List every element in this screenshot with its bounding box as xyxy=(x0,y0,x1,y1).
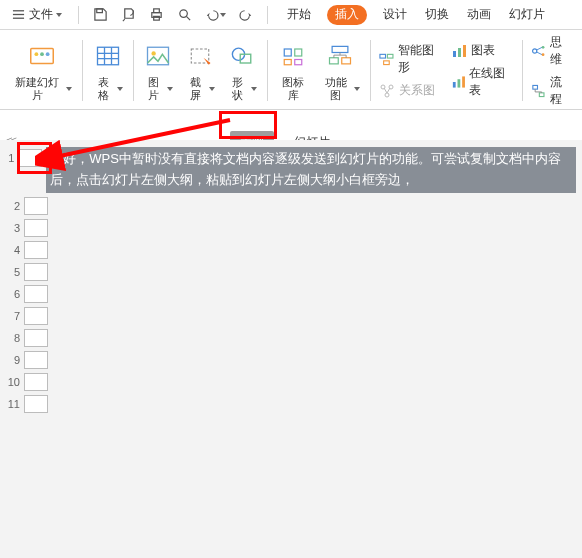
slide-number: 3 xyxy=(6,217,20,234)
picture-button[interactable]: 图片 xyxy=(138,32,180,109)
outline-row[interactable]: 6 xyxy=(0,282,582,304)
svg-rect-23 xyxy=(285,49,292,56)
slide-thumb-icon[interactable] xyxy=(24,285,48,303)
caret-down-icon xyxy=(251,87,257,91)
slide-thumb-icon[interactable] xyxy=(24,351,48,369)
svg-rect-44 xyxy=(463,45,466,57)
outline-row[interactable]: 10 xyxy=(0,370,582,392)
mindmap-button[interactable]: 思维 xyxy=(531,34,572,68)
mindmap-label: 思维 xyxy=(550,34,572,68)
slide-thumb-icon[interactable] xyxy=(24,219,48,237)
chart-label: 图表 xyxy=(471,42,495,59)
file-label: 文件 xyxy=(29,6,53,23)
relation-chart-label: 关系图 xyxy=(399,82,435,99)
tab-start[interactable]: 开始 xyxy=(285,0,313,30)
svg-rect-53 xyxy=(533,85,538,89)
file-menu[interactable]: 文件 xyxy=(7,6,67,23)
smart-shape-label: 功能图 xyxy=(321,76,351,100)
new-slide-icon xyxy=(26,40,58,72)
outline-panel: 1您好，WPS中暂时没有直接将文档内容逐级发送到幻灯片的功能。可尝试复制文档中内… xyxy=(0,140,582,558)
outline-row[interactable]: 5 xyxy=(0,260,582,282)
tab-slideshow[interactable]: 幻灯片 xyxy=(507,0,547,30)
svg-rect-34 xyxy=(380,54,386,58)
relation-chart-button[interactable]: 关系图 xyxy=(379,82,442,99)
tab-animation[interactable]: 动画 xyxy=(465,0,493,30)
slide-thumb-icon[interactable] xyxy=(24,373,48,391)
tab-design[interactable]: 设计 xyxy=(381,0,409,30)
tab-transition[interactable]: 切换 xyxy=(423,0,451,30)
caret-down-icon xyxy=(220,13,226,17)
slide-thumb-icon[interactable] xyxy=(24,307,48,325)
caret-down-icon xyxy=(117,87,123,91)
title-bar: 文件 开始 插入 设计 切换 动画 幻灯片 xyxy=(0,0,582,30)
slide-number: 5 xyxy=(6,261,20,278)
slide-thumb-icon[interactable] xyxy=(24,263,48,281)
smart-shape-icon xyxy=(324,40,356,72)
svg-line-50 xyxy=(536,51,542,54)
svg-rect-24 xyxy=(295,49,302,56)
svg-rect-46 xyxy=(457,79,460,87)
svg-point-48 xyxy=(533,48,537,52)
iconlib-button[interactable]: 图标库 xyxy=(272,32,315,109)
slide-thumb-icon[interactable] xyxy=(24,329,48,347)
table-button[interactable]: 表格 xyxy=(87,32,129,109)
svg-rect-42 xyxy=(453,51,456,57)
svg-rect-26 xyxy=(295,60,302,65)
separator xyxy=(267,6,268,24)
slide-thumb-icon[interactable] xyxy=(24,395,48,413)
outline-row[interactable]: 4 xyxy=(0,238,582,260)
chart-group-2: 图表 在线图表 xyxy=(447,32,518,109)
tab-insert[interactable]: 插入 xyxy=(327,5,367,25)
screenshot-icon xyxy=(184,40,216,72)
table-label: 表格 xyxy=(93,76,114,100)
slide-thumb-icon[interactable] xyxy=(24,241,48,259)
iconlib-label: 图标库 xyxy=(278,76,309,100)
hamburger-icon xyxy=(12,8,27,21)
print-preview-button[interactable] xyxy=(118,5,138,25)
chart-button[interactable]: 图表 xyxy=(451,42,514,59)
outline-row[interactable]: 9 xyxy=(0,348,582,370)
outline-row[interactable]: 2 xyxy=(0,194,582,216)
svg-rect-47 xyxy=(462,76,465,87)
outline-row[interactable]: 3 xyxy=(0,216,582,238)
smartart-label: 智能图形 xyxy=(398,42,443,76)
outline-row[interactable]: 7 xyxy=(0,304,582,326)
outline-row[interactable]: 8 xyxy=(0,326,582,348)
shapes-icon xyxy=(226,40,258,72)
svg-line-41 xyxy=(387,88,390,93)
slide-number: 7 xyxy=(6,305,20,322)
table-icon xyxy=(92,40,124,72)
save-button[interactable] xyxy=(90,5,110,25)
svg-point-10 xyxy=(34,53,38,57)
shapes-button[interactable]: 形状 xyxy=(221,32,263,109)
smartart-button[interactable]: 智能图形 xyxy=(379,42,442,76)
ribbon-tabs: 开始 插入 设计 切换 动画 幻灯片 xyxy=(285,0,547,30)
svg-line-49 xyxy=(536,47,542,50)
outline-row[interactable]: 11 xyxy=(0,392,582,414)
svg-rect-3 xyxy=(96,9,102,13)
caret-down-icon xyxy=(167,87,173,91)
svg-point-51 xyxy=(542,45,545,48)
print-button[interactable] xyxy=(146,5,166,25)
separator xyxy=(370,40,371,101)
slide-number: 2 xyxy=(6,195,20,212)
flowchart-button[interactable]: 流程 xyxy=(531,74,572,108)
svg-rect-27 xyxy=(333,47,349,53)
picture-icon xyxy=(142,40,174,72)
outline-row[interactable]: 1您好，WPS中暂时没有直接将文档内容逐级发送到幻灯片的功能。可尝试复制文档中内… xyxy=(0,146,582,194)
new-slide-button[interactable]: 新建幻灯片 xyxy=(6,32,78,109)
find-button[interactable] xyxy=(174,5,194,25)
highlight-box xyxy=(219,111,277,139)
smart-shape-button[interactable]: 功能图 xyxy=(315,32,366,109)
screenshot-button[interactable]: 截屏 xyxy=(179,32,221,109)
undo-button[interactable] xyxy=(202,5,228,25)
slide-number: 8 xyxy=(6,327,20,344)
caret-down-icon xyxy=(354,87,360,91)
online-chart-button[interactable]: 在线图表 xyxy=(451,65,514,99)
outline-text[interactable]: 您好，WPS中暂时没有直接将文档内容逐级发送到幻灯片的功能。可尝试复制文档中内容… xyxy=(46,147,576,193)
slide-thumb-icon[interactable] xyxy=(24,197,48,215)
ribbon: 新建幻灯片 表格 图片 截屏 形状 图标库 xyxy=(0,30,582,110)
caret-down-icon xyxy=(209,87,215,91)
slide-number: 4 xyxy=(6,239,20,256)
redo-button[interactable] xyxy=(236,5,256,25)
